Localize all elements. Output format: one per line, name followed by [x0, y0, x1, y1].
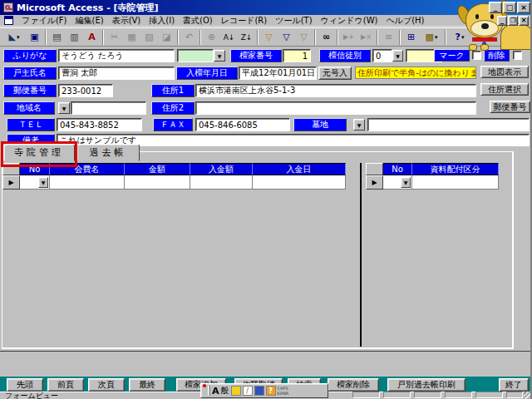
tab-death-register[interactable]: 過去帳 — [76, 144, 140, 161]
toolbar-separator — [200, 30, 201, 45]
fax-input[interactable]: 045-846-6085 — [195, 118, 290, 131]
spelling-button[interactable]: A — [83, 29, 101, 46]
delete-danka-button[interactable]: 檀家削除 — [328, 378, 379, 392]
print-button[interactable]: ▤ — [48, 29, 66, 46]
menu-tools[interactable]: ツール(T) — [271, 15, 316, 27]
right-cell-material-dist[interactable] — [412, 175, 499, 190]
child-minimize-button[interactable]: _ — [497, 16, 507, 26]
toolbar-separator — [399, 30, 401, 45]
ime-bar[interactable]: A 般 / ? CAPS KANA — [200, 383, 328, 398]
exit-button[interactable]: 終了 — [499, 378, 529, 392]
print-preview-button[interactable]: ▥ — [66, 29, 83, 46]
properties-button[interactable]: ≡ — [380, 29, 397, 46]
ime-close-dot[interactable] — [203, 384, 206, 387]
menu-insert[interactable]: 挿入(I) — [145, 15, 179, 27]
cemetery-input[interactable] — [367, 118, 530, 131]
filter-by-form-button[interactable]: ▽ — [278, 29, 295, 46]
find-button[interactable]: ∞ — [318, 29, 335, 46]
delete-record-button[interactable]: ▶× — [357, 29, 375, 46]
kana-indicator[interactable]: KANA — [278, 391, 289, 396]
address2-input[interactable] — [195, 101, 476, 115]
cut-button[interactable]: ✂ — [106, 29, 123, 46]
nyudan-date-input[interactable]: 平成12年01月01日 — [239, 66, 317, 80]
format-painter-icon: ◪ — [162, 32, 170, 42]
gengo-input-button[interactable]: 元号入 — [318, 66, 352, 80]
database-window-button[interactable]: ⊞ — [402, 29, 420, 46]
householder-name-input[interactable]: 曹洞 太郎 — [58, 66, 175, 80]
ime-conversion-mode[interactable]: 般 — [221, 385, 229, 397]
apply-filter-button[interactable]: ▽ — [295, 29, 313, 46]
undo-button[interactable]: ↶ — [180, 29, 198, 46]
sort-descending-button[interactable]: Z↓ — [238, 29, 255, 46]
address1-input[interactable]: 横浜市港南区上永谷5-1-3 — [195, 84, 476, 97]
right-row-selector[interactable]: ▶ — [366, 175, 383, 190]
app-icon — [3, 2, 13, 12]
left-col-amount: 金額 — [125, 163, 190, 175]
ime-word-register-icon[interactable]: / — [243, 386, 253, 396]
left-cell-fee-name[interactable] — [50, 175, 125, 190]
close-button[interactable]: × — [517, 2, 530, 13]
address-select-button[interactable]: 住所選択 — [480, 83, 529, 96]
paste-button[interactable]: ▧ — [140, 29, 158, 46]
new-object-button[interactable]: ▩▾ — [420, 29, 443, 46]
map-display-button[interactable]: 地図表示 — [480, 66, 529, 78]
ime-pad-icon[interactable] — [231, 386, 241, 396]
status-segment — [475, 392, 503, 398]
furigana-input[interactable]: そうどう たろう — [58, 49, 175, 62]
ime-lock-indicators: CAPS KANA — [278, 386, 289, 396]
child-close-button[interactable]: × — [519, 16, 529, 26]
status-segment — [352, 392, 380, 398]
danshinto-combo-dropdown[interactable]: ▼ — [392, 50, 403, 62]
toolbar-separator — [257, 30, 259, 45]
ime-help-icon[interactable]: ? — [266, 386, 276, 396]
save-button[interactable]: ▣ — [26, 29, 43, 46]
nyudan-date-label: 入檀年月日 — [176, 66, 238, 80]
left-cell-paid-amount[interactable] — [190, 175, 253, 190]
tel-input[interactable]: 045-843-8852 — [57, 118, 142, 131]
filter-by-selection-button[interactable]: ▽ — [260, 29, 278, 46]
left-cell-paid-date[interactable] — [253, 175, 346, 190]
sort-ascending-button[interactable]: A↓ — [220, 29, 238, 46]
menu-window[interactable]: ウィンドウ(W) — [317, 15, 382, 27]
region-combo-dropdown[interactable]: ▼ — [58, 102, 70, 114]
household-register-print-button[interactable]: 戸別過去帳印刷 — [387, 378, 466, 392]
menu-edit[interactable]: 編集(E) — [71, 15, 108, 27]
new-record-button[interactable]: ▶+ — [340, 29, 357, 46]
cemetery-combo-dropdown[interactable]: ▼ — [353, 119, 365, 131]
copy-button[interactable]: ▦ — [123, 29, 140, 46]
danshinto-combo[interactable]: 0 — [372, 49, 392, 62]
address2-label: 住所2 — [151, 101, 195, 115]
minimize-button[interactable]: _ — [489, 2, 502, 13]
child-restore-button[interactable]: ❐ — [508, 16, 518, 26]
insert-hyperlink-button[interactable]: ⊕ — [203, 29, 220, 46]
first-record-button[interactable]: 先頭 — [7, 378, 43, 392]
last-record-button[interactable]: 最終 — [129, 378, 165, 392]
right-cell-no-dropdown[interactable]: ▼ — [401, 177, 411, 188]
left-cell-amount[interactable] — [125, 175, 190, 190]
form-view-button[interactable]: ◣▾ — [2, 29, 26, 46]
menu-file[interactable]: ファイル(F) — [17, 15, 71, 27]
furigana-combo[interactable] — [177, 49, 214, 62]
form-window-icon[interactable] — [4, 16, 13, 25]
region-name-input[interactable] — [71, 101, 146, 115]
resize-grip[interactable] — [524, 392, 532, 399]
menu-help[interactable]: ヘルプ(H) — [382, 15, 428, 27]
next-page-button[interactable]: 次頁 — [88, 378, 125, 392]
furigana-combo-dropdown[interactable]: ▼ — [214, 50, 225, 62]
delete-checkbox[interactable] — [513, 51, 522, 60]
ime-dictionary-icon[interactable] — [254, 386, 264, 396]
postal-code-input[interactable]: 233-0012 — [58, 84, 113, 97]
ime-input-mode[interactable]: A — [212, 386, 219, 397]
previous-page-button[interactable]: 前頁 — [47, 378, 84, 392]
menu-view[interactable]: 表示(V) — [108, 15, 145, 27]
mark-checkbox[interactable] — [472, 51, 481, 60]
menu-records[interactable]: レコード(R) — [217, 15, 271, 27]
menu-format[interactable]: 書式(O) — [179, 15, 217, 27]
left-cell-no-dropdown[interactable]: ▼ — [38, 177, 48, 188]
left-row-selector[interactable]: ▶ — [2, 175, 20, 190]
danka-number-input[interactable]: 1 — [283, 49, 311, 62]
ime-drag-handle[interactable] — [208, 386, 210, 396]
postal-code-button[interactable]: 郵便番号 — [490, 101, 530, 113]
maximize-button[interactable]: □ — [503, 2, 516, 13]
format-painter-button[interactable]: ◪ — [158, 29, 175, 46]
